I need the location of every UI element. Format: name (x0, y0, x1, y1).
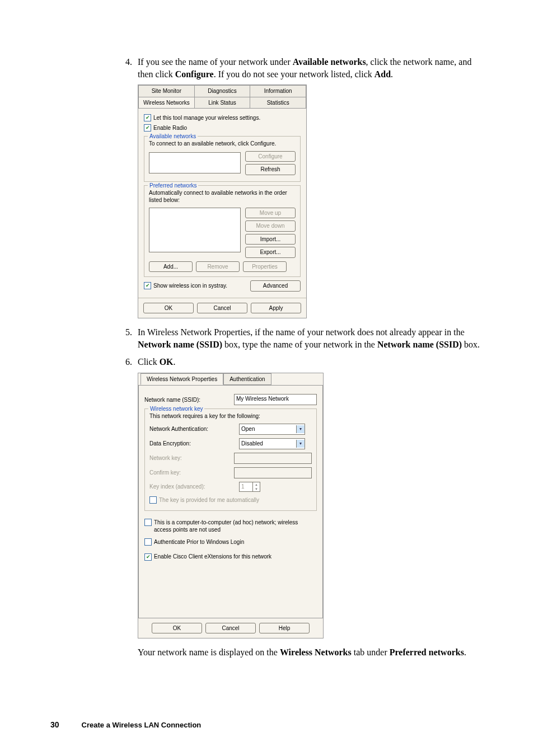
confirm-key-input (234, 467, 312, 478)
confirm-key-row: Confirm key: (149, 467, 312, 478)
checkbox-icon (144, 114, 151, 121)
wireless-utility-dialog: Site Monitor Diagnostics Information Wir… (138, 84, 307, 318)
text: . (174, 357, 176, 367)
cancel-button[interactable]: Cancel (197, 303, 247, 314)
encryption-value: Disabled (241, 440, 263, 448)
bold-ssid-2: Network name (SSID) (377, 340, 462, 349)
chapter-title: Create a Wireless LAN Connection (82, 721, 202, 729)
apply-button[interactable]: Apply (251, 303, 301, 314)
checkbox-icon (144, 282, 151, 289)
bold-wireless-networks: Wireless Networks (280, 647, 352, 657)
tab-statistics[interactable]: Statistics (250, 97, 306, 109)
let-tool-label: Let this tool manage your wireless setti… (153, 114, 260, 122)
closing-line: Your network name is displayed on the Wi… (138, 646, 484, 659)
show-systray-label: Show wireless icon in systray. (153, 282, 227, 290)
ssid-label: Network name (SSID): (144, 396, 228, 404)
checkbox-icon (149, 496, 157, 504)
preferred-networks-title: Preferred networks (148, 182, 198, 190)
remove-button[interactable]: Remove (196, 261, 240, 273)
bold-add: Add (374, 69, 391, 79)
bold-configure: Configure (175, 69, 214, 79)
bold-available-networks: Available networks (293, 57, 366, 67)
auth-value: Open (241, 425, 255, 433)
text: Your network name is displayed on the (138, 647, 280, 657)
key-index-value: 1 (240, 483, 252, 491)
adhoc-label: This is a computer-to-computer (ad hoc) … (154, 519, 305, 534)
tab-wireless-networks[interactable]: Wireless Networks (138, 97, 195, 109)
move-up-button[interactable]: Move up (245, 208, 296, 219)
auth-label: Network Authentication: (149, 425, 233, 433)
network-key-row: Network key: (149, 453, 312, 464)
key-index-label: Key index (advanced): (149, 483, 233, 491)
encryption-select[interactable]: Disabled ▾ (239, 438, 305, 449)
add-button[interactable]: Add... (149, 261, 193, 273)
move-down-button[interactable]: Move down (245, 220, 296, 232)
encryption-label: Data Encryption: (149, 440, 233, 448)
ok-button[interactable]: OK (143, 303, 194, 314)
available-networks-list[interactable] (149, 152, 241, 173)
configure-button[interactable]: Configure (245, 151, 296, 162)
step4-text: If you see the name of your network unde… (138, 57, 471, 79)
ssid-input[interactable]: My Wireless Network (234, 394, 317, 405)
auto-key-checkbox-row: The key is provided for me automatically (149, 496, 259, 504)
enable-radio-label: Enable Radio (153, 124, 187, 132)
network-key-label: Network key: (149, 454, 228, 462)
bold-preferred-networks: Preferred networks (390, 647, 464, 657)
dialog1-body: Let this tool manage your wireless setti… (138, 109, 306, 298)
instruction-list: If you see the name of your network unde… (134, 56, 484, 659)
checkbox-icon (144, 124, 151, 132)
text: box. (462, 340, 480, 349)
page-number: 30 (50, 720, 59, 729)
wireless-key-group: Wireless network key This network requir… (144, 408, 317, 510)
encryption-row: Data Encryption: Disabled ▾ (149, 438, 312, 449)
tab-site-monitor[interactable]: Site Monitor (138, 85, 195, 97)
cisco-label: Enable Cisco Client eXtensions for this … (154, 553, 271, 561)
wireless-key-title: Wireless network key (148, 405, 204, 413)
available-networks-text: To connect to an available network, clic… (149, 140, 296, 148)
enable-radio-checkbox-row[interactable]: Enable Radio (144, 124, 187, 132)
ok-button[interactable]: OK (152, 623, 202, 634)
bold-ssid-1: Network name (SSID) (138, 340, 222, 349)
step-4: If you see the name of your network unde… (134, 56, 484, 318)
help-button[interactable]: Help (259, 623, 310, 634)
spacer (144, 562, 317, 612)
auth-prior-checkbox-row[interactable]: Authenticate Prior to Windows Login (144, 538, 244, 546)
dialog2-tabs: Wireless Network Properties Authenticati… (138, 373, 323, 386)
auth-select[interactable]: Open ▾ (239, 424, 305, 435)
step-5: In Wireless Network Properties, if the n… (134, 326, 484, 350)
tab-link-status[interactable]: Link Status (195, 97, 251, 109)
properties-button[interactable]: Properties (243, 261, 287, 273)
refresh-button[interactable]: Refresh (245, 164, 296, 175)
page-footer: 30 Create a Wireless LAN Connection (50, 720, 484, 729)
tab-authentication[interactable]: Authentication (223, 373, 271, 386)
text: . (391, 69, 393, 79)
tab-diagnostics[interactable]: Diagnostics (195, 85, 251, 97)
adhoc-checkbox-row[interactable]: This is a computer-to-computer (ad hoc) … (144, 519, 305, 534)
tab-information[interactable]: Information (250, 85, 306, 97)
cisco-checkbox-row[interactable]: Enable Cisco Client eXtensions for this … (144, 553, 271, 561)
cancel-button[interactable]: Cancel (205, 623, 256, 634)
step-6: Click OK. Wireless Network Properties Au… (134, 356, 484, 659)
preferred-networks-list[interactable] (149, 208, 241, 252)
import-button[interactable]: Import... (245, 234, 296, 245)
page-content: If you see the name of your network unde… (0, 0, 534, 687)
text: . (464, 647, 466, 657)
show-systray-checkbox-row[interactable]: Show wireless icon in systray. (144, 282, 227, 290)
dialog1-tabs-row2: Wireless Networks Link Status Statistics (138, 97, 306, 109)
text: If you see the name of your network unde… (138, 57, 293, 67)
ssid-row: Network name (SSID): My Wireless Network (144, 394, 317, 405)
key-index-spinner: 1 ▲▼ (239, 482, 260, 492)
auth-row: Network Authentication: Open ▾ (149, 424, 312, 435)
spinner-arrows-icon: ▲▼ (252, 482, 260, 491)
available-networks-title: Available networks (148, 133, 198, 140)
checkbox-icon (144, 519, 152, 526)
export-button[interactable]: Export... (245, 247, 296, 258)
let-tool-checkbox-row[interactable]: Let this tool manage your wireless setti… (144, 114, 260, 122)
tab-wireless-properties[interactable]: Wireless Network Properties (140, 373, 223, 386)
chevron-down-icon: ▾ (296, 440, 305, 448)
advanced-button[interactable]: Advanced (250, 280, 301, 292)
text: . If you do not see your network listed,… (214, 69, 374, 79)
available-networks-group: Available networks To connect to an avai… (144, 136, 301, 182)
key-index-row: Key index (advanced): 1 ▲▼ (149, 482, 312, 492)
network-key-input (234, 453, 312, 464)
